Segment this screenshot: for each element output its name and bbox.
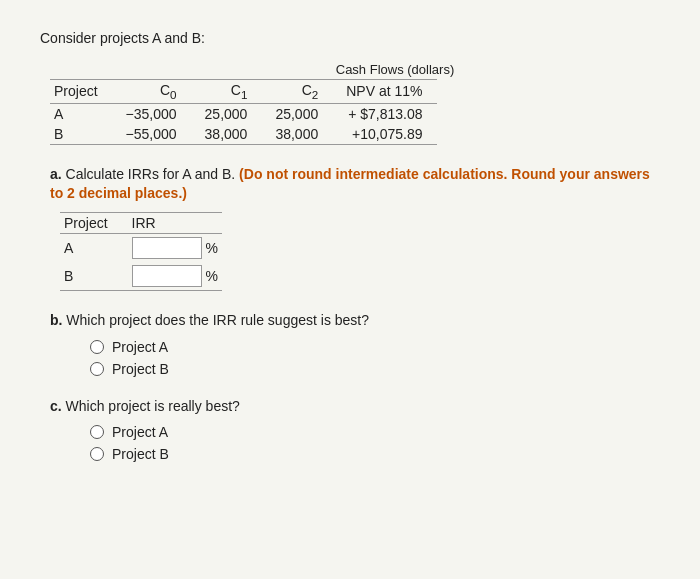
radio-circle-b-b: [90, 362, 104, 376]
intro-text: Consider projects A and B:: [40, 30, 660, 46]
section-b-options: Project A Project B: [90, 339, 660, 377]
section-b-text: Which project does the IRR rule suggest …: [66, 312, 369, 328]
irr-table: Project IRR A % B %: [60, 212, 222, 291]
radio-label-b-a: Project A: [112, 339, 168, 355]
section-b: b. Which project does the IRR rule sugge…: [50, 311, 660, 377]
irr-value-b-cell: %: [128, 262, 222, 291]
col-npv: NPV at 11%: [332, 80, 436, 104]
cashflow-section: Cash Flows (dollars) Project C0 C1 C2 NP…: [40, 62, 660, 145]
row-a-c2: 25,000: [261, 103, 332, 124]
section-c-label: c. Which project is really best?: [50, 397, 660, 417]
section-a: a. Calculate IRRs for A and B. (Do not r…: [50, 165, 660, 291]
irr-col-irr: IRR: [128, 212, 222, 233]
radio-circle-c-b: [90, 447, 104, 461]
row-b-c2: 38,000: [261, 124, 332, 145]
row-a-npv: + $7,813.08: [332, 103, 436, 124]
row-b-npv: +10,075.89: [332, 124, 436, 145]
radio-b-project-b[interactable]: Project B: [90, 361, 660, 377]
section-b-letter: b.: [50, 312, 62, 328]
irr-row-a: A %: [60, 233, 222, 262]
table-row: B −55,000 38,000 38,000 +10,075.89: [50, 124, 437, 145]
radio-circle-b-a: [90, 340, 104, 354]
radio-b-project-a[interactable]: Project A: [90, 339, 660, 355]
row-b-c1: 38,000: [191, 124, 262, 145]
irr-row-b: B %: [60, 262, 222, 291]
section-a-label: a. Calculate IRRs for A and B. (Do not r…: [50, 165, 660, 204]
radio-c-project-a[interactable]: Project A: [90, 424, 660, 440]
radio-label-c-b: Project B: [112, 446, 169, 462]
irr-unit-b: %: [206, 268, 218, 284]
cashflow-header-label: Cash Flows (dollars): [40, 62, 660, 77]
section-b-label: b. Which project does the IRR rule sugge…: [50, 311, 660, 331]
section-c: c. Which project is really best? Project…: [50, 397, 660, 463]
radio-circle-c-a: [90, 425, 104, 439]
irr-input-b[interactable]: [132, 265, 202, 287]
radio-label-c-a: Project A: [112, 424, 168, 440]
row-a-project: A: [50, 103, 112, 124]
col-c1: C1: [191, 80, 262, 104]
col-project: Project: [50, 80, 112, 104]
row-b-project: B: [50, 124, 112, 145]
irr-project-b: B: [60, 262, 128, 291]
cashflow-table: Project C0 C1 C2 NPV at 11% A −35,000 25…: [50, 79, 437, 145]
irr-unit-a: %: [206, 240, 218, 256]
section-c-letter: c.: [50, 398, 62, 414]
irr-project-a: A: [60, 233, 128, 262]
row-a-c0: −35,000: [112, 103, 191, 124]
row-b-c0: −55,000: [112, 124, 191, 145]
row-a-c1: 25,000: [191, 103, 262, 124]
radio-label-b-b: Project B: [112, 361, 169, 377]
irr-value-a-cell: %: [128, 233, 222, 262]
section-c-options: Project A Project B: [90, 424, 660, 462]
section-a-text: Calculate IRRs for A and B.: [66, 166, 236, 182]
col-c0: C0: [112, 80, 191, 104]
irr-col-project: Project: [60, 212, 128, 233]
table-row: A −35,000 25,000 25,000 + $7,813.08: [50, 103, 437, 124]
irr-input-a[interactable]: [132, 237, 202, 259]
section-c-text: Which project is really best?: [66, 398, 240, 414]
col-c2: C2: [261, 80, 332, 104]
radio-c-project-b[interactable]: Project B: [90, 446, 660, 462]
